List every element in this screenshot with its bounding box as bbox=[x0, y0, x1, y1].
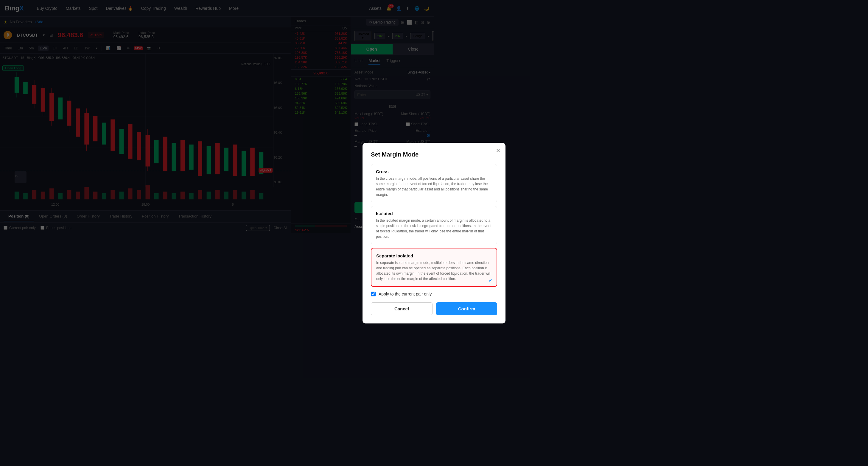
modal-overlay[interactable]: Set Margin Mode ✕ Cross In the cross mar… bbox=[0, 0, 434, 233]
modal-title: Set Margin Mode bbox=[371, 151, 434, 158]
cross-desc: In the cross margin mode, all positions … bbox=[376, 176, 434, 197]
cross-title: Cross bbox=[376, 169, 434, 174]
set-margin-modal: Set Margin Mode ✕ Cross In the cross mar… bbox=[363, 143, 434, 233]
isolated-option[interactable]: Isolated In the isolated margin mode, a … bbox=[371, 206, 434, 233]
isolated-title: Isolated bbox=[376, 211, 434, 216]
cross-option[interactable]: Cross In the cross margin mode, all posi… bbox=[371, 164, 434, 202]
isolated-desc: In the isolated margin mode, a certain a… bbox=[376, 218, 434, 233]
